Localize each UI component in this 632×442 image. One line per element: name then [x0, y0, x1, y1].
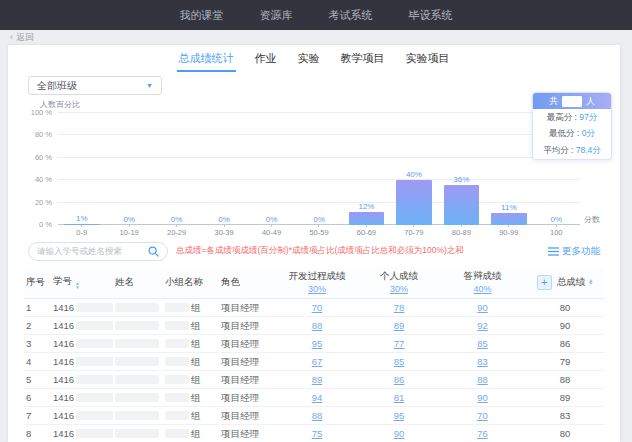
table-row: 71416组项目经理88957083 — [24, 407, 604, 425]
dev-score-link[interactable]: 95 — [312, 338, 323, 349]
tab-experiment-project[interactable]: 实验项目 — [404, 50, 452, 72]
redacted-group — [165, 375, 189, 384]
bar-value-label: 11% — [501, 203, 516, 212]
hamburger-icon — [548, 247, 559, 256]
defense-score-link[interactable]: 92 — [477, 320, 488, 331]
tab-teaching-project[interactable]: 教学项目 — [339, 50, 387, 72]
redacted-student-id — [76, 339, 113, 348]
defense-weight-link[interactable]: 40% — [441, 284, 524, 294]
x-tick-label: 100 — [533, 225, 580, 237]
defense-score-link[interactable]: 83 — [477, 356, 488, 367]
bar-80-89: 36% — [438, 175, 485, 225]
cell-group: 组 — [163, 425, 219, 442]
personal-score-link[interactable]: 85 — [394, 356, 405, 367]
bar-value-label: 36% — [453, 175, 469, 184]
redacted-name — [115, 321, 159, 330]
chart-bars: 1%0%0%0%0%0%12%40%36%11%0% — [58, 99, 580, 225]
bar-50-59: 0% — [295, 215, 342, 225]
redacted-student-id — [76, 321, 113, 330]
class-filter-select[interactable]: 全部班级 ▼ — [28, 76, 162, 95]
redacted-name — [115, 375, 159, 384]
cell-name — [113, 389, 163, 407]
cell-name — [113, 425, 163, 442]
back-link[interactable]: ‹返回 — [10, 31, 34, 44]
personal-score-link[interactable]: 86 — [394, 374, 405, 385]
cell-total-score: 89 — [526, 389, 604, 407]
bar-40-49: 0% — [248, 215, 295, 225]
redacted-group — [165, 411, 189, 420]
bar-rect — [349, 212, 385, 225]
chart-plot-area: 1%0%0%0%0%0%12%40%36%11%0% — [58, 113, 580, 225]
tab-homework[interactable]: 作业 — [253, 50, 279, 72]
x-tick-label: 20-29 — [153, 225, 200, 237]
redacted-student-id — [76, 303, 113, 312]
table-row: 11416组项目经理70789080 — [24, 299, 604, 317]
table-row: 31416组项目经理95778586 — [24, 335, 604, 353]
dev-score-link[interactable]: 75 — [312, 428, 323, 439]
nav-resource-library[interactable]: 资源库 — [260, 8, 293, 23]
more-functions-button[interactable]: 更多功能 — [548, 245, 600, 258]
dev-score-link[interactable]: 70 — [312, 302, 323, 313]
personal-score-link[interactable]: 95 — [394, 410, 405, 421]
x-tick-label: 40-49 — [248, 225, 295, 237]
bar-value-label: 1% — [76, 214, 88, 223]
defense-score-link[interactable]: 90 — [477, 392, 488, 403]
cell-total-score: 79 — [526, 353, 604, 371]
tab-experiment[interactable]: 实验 — [296, 50, 322, 72]
cell-dev-score: 70 — [275, 299, 359, 317]
search-box — [28, 242, 168, 261]
personal-score-link[interactable]: 81 — [394, 392, 405, 403]
cell-personal-score: 90 — [359, 425, 439, 442]
cell-group: 组 — [163, 353, 219, 371]
chart-x-axis-title: 分数 — [580, 214, 602, 225]
cell-group: 组 — [163, 371, 219, 389]
col-dev-score: 开发过程成绩 30% — [275, 267, 359, 299]
bar-rect — [64, 224, 100, 226]
defense-score-link[interactable]: 85 — [477, 338, 488, 349]
dev-score-link[interactable]: 89 — [312, 374, 323, 385]
defense-score-link[interactable]: 76 — [477, 428, 488, 439]
dev-score-link[interactable]: 67 — [312, 356, 323, 367]
tab-total-score-stats[interactable]: 总成绩统计 — [177, 50, 236, 72]
cell-role: 项目经理 — [219, 371, 275, 389]
bar-70-79: 40% — [390, 170, 437, 225]
redacted-group — [165, 393, 189, 402]
personal-score-link[interactable]: 89 — [394, 320, 405, 331]
dev-score-link[interactable]: 94 — [312, 392, 323, 403]
bar-60-69: 12% — [343, 202, 390, 225]
dev-score-link[interactable]: 88 — [312, 410, 323, 421]
x-tick-label: 80-89 — [438, 225, 485, 237]
dev-score-link[interactable]: 88 — [312, 320, 323, 331]
col-group: 小组名称 — [163, 267, 219, 299]
sort-total-icon[interactable]: ▲▼ — [588, 279, 593, 286]
total-score-formula-note: 总成绩=各成绩项成绩(百分制)*成绩项占比(成绩项占比总和必须为100%)之和 — [176, 245, 548, 257]
redacted-student-id — [76, 429, 113, 438]
cell-personal-score: 85 — [359, 353, 439, 371]
cell-total-score: 80 — [526, 299, 604, 317]
x-tick-label: 50-59 — [295, 225, 342, 237]
search-icon[interactable] — [148, 246, 159, 257]
dev-weight-link[interactable]: 30% — [277, 284, 357, 294]
defense-score-link[interactable]: 88 — [477, 374, 488, 385]
main-panel: 总成绩统计 作业 实验 教学项目 实验项目 全部班级 ▼ 人数百分比 0 %20… — [8, 45, 620, 442]
defense-score-link[interactable]: 70 — [477, 410, 488, 421]
total-suffix: 人 — [586, 95, 595, 108]
class-filter-value: 全部班级 — [37, 79, 77, 93]
search-input[interactable] — [37, 246, 141, 256]
redacted-group — [165, 321, 189, 330]
cell-dev-score: 67 — [275, 353, 359, 371]
cell-total-score: 83 — [526, 407, 604, 425]
personal-score-link[interactable]: 78 — [394, 302, 405, 313]
personal-weight-link[interactable]: 30% — [361, 284, 437, 294]
add-score-item-button[interactable]: + — [537, 275, 552, 290]
cell-defense-score: 76 — [439, 425, 526, 442]
nav-my-classroom[interactable]: 我的课堂 — [180, 8, 224, 23]
defense-score-link[interactable]: 90 — [477, 302, 488, 313]
col-role: 角色 — [219, 267, 275, 299]
nav-exam-system[interactable]: 考试系统 — [329, 8, 373, 23]
nav-graduation-system[interactable]: 毕设系统 — [409, 8, 453, 23]
y-tick-label: 40 % — [35, 175, 52, 184]
personal-score-link[interactable]: 77 — [394, 338, 405, 349]
sort-student-id-icon[interactable]: ▲▼ — [75, 282, 80, 289]
personal-score-link[interactable]: 90 — [394, 428, 405, 439]
